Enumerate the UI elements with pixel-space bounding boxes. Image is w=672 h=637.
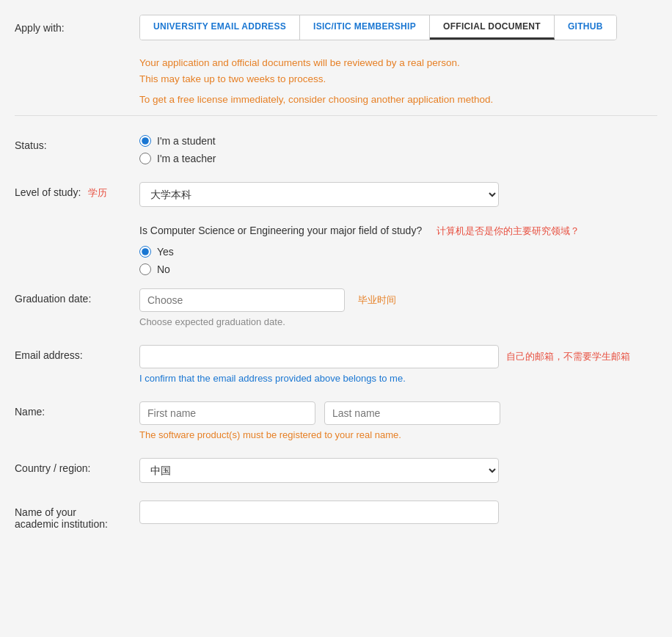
info-text-lines: Your application and official documents …	[139, 55, 657, 87]
status-teacher-radio[interactable]	[139, 153, 151, 164]
institution-input[interactable]	[139, 500, 499, 524]
tab-official-doc[interactable]: OFFICIAL DOCUMENT	[430, 15, 555, 40]
last-name-input[interactable]	[324, 401, 500, 425]
form-container: Apply with: UNIVERSITY EMAIL ADDRESS ISI…	[15, 7, 657, 539]
status-student-option[interactable]: I'm a student	[139, 135, 657, 147]
email-cn-label: 自己的邮箱，不需要学生邮箱	[506, 350, 630, 363]
cs-no-option[interactable]: No	[139, 263, 657, 275]
email-label: Email address:	[15, 345, 139, 361]
institution-row: Name of youracademic institution:	[15, 492, 657, 539]
country-select[interactable]: 中国 United States United Kingdom Other	[139, 458, 499, 483]
level-cn-label: 学历	[88, 187, 107, 198]
name-content: The software product(s) must be register…	[139, 401, 657, 440]
name-label: Name:	[15, 401, 139, 418]
name-inputs	[139, 401, 657, 425]
level-of-study-select[interactable]: 大学本科 研究生 博士 其他	[139, 182, 499, 207]
info-box: Your application and official documents …	[139, 55, 657, 105]
apply-with-label: Apply with:	[15, 22, 139, 34]
graduation-cn-label: 毕业时间	[358, 294, 396, 307]
cs-radio-group: Yes No	[139, 246, 657, 275]
tabs-container: UNIVERSITY EMAIL ADDRESS ISIC/ITIC MEMBE…	[139, 15, 617, 40]
country-content: 中国 United States United Kingdom Other	[139, 458, 657, 483]
first-name-input[interactable]	[139, 401, 315, 425]
institution-label: Name of youracademic institution:	[15, 500, 139, 530]
status-student-label: I'm a student	[157, 135, 216, 147]
name-row: Name: The software product(s) must be re…	[15, 393, 657, 449]
status-teacher-label: I'm a teacher	[157, 153, 216, 164]
info-line3: To get a free license immediately, consi…	[139, 94, 657, 105]
level-of-study-content: 大学本科 研究生 博士 其他	[139, 182, 657, 207]
graduation-date-label: Graduation date:	[15, 288, 139, 305]
cs-radios: Yes No	[15, 241, 657, 280]
cs-yes-label: Yes	[157, 246, 174, 258]
graduation-date-content: 毕业时间 Choose expected graduation date.	[139, 288, 657, 327]
status-label: Status:	[15, 135, 139, 151]
cs-question-row: Is Computer Science or Engineering your …	[15, 216, 657, 241]
level-of-study-label: Level of study: 学历	[15, 182, 139, 200]
status-options: I'm a student I'm a teacher	[139, 135, 657, 164]
email-row: Email address: 自己的邮箱，不需要学生邮箱 I confirm t…	[15, 336, 657, 393]
cs-no-radio[interactable]	[139, 263, 151, 275]
info-line1: Your application and official documents …	[139, 57, 460, 68]
tab-isic[interactable]: ISIC/ITIC MEMBERSHIP	[300, 15, 430, 40]
institution-label-text: Name of youracademic institution:	[15, 506, 108, 530]
level-of-study-row: Level of study: 学历 大学本科 研究生 博士 其他	[15, 173, 657, 216]
graduation-date-row: Graduation date: 毕业时间 Choose expected gr…	[15, 280, 657, 336]
info-line2: This may take up to two weeks to process…	[139, 73, 326, 84]
email-input-row: 自己的邮箱，不需要学生邮箱	[139, 345, 657, 368]
tab-github[interactable]: GITHUB	[555, 15, 616, 40]
graduation-date-input-row: 毕业时间	[139, 288, 657, 312]
country-label: Country / region:	[15, 458, 139, 474]
country-row: Country / region: 中国 United States Unite…	[15, 449, 657, 492]
graduation-hint: Choose expected graduation date.	[139, 316, 657, 327]
institution-content	[139, 500, 657, 524]
status-radio-group: I'm a student I'm a teacher	[139, 135, 657, 164]
email-confirm-text: I confirm that the email address provide…	[139, 373, 657, 384]
status-teacher-option[interactable]: I'm a teacher	[139, 153, 657, 164]
graduation-date-input[interactable]	[139, 288, 345, 312]
cs-yes-radio[interactable]	[139, 246, 151, 258]
email-content: 自己的邮箱，不需要学生邮箱 I confirm that the email a…	[139, 345, 657, 384]
tab-university-email[interactable]: UNIVERSITY EMAIL ADDRESS	[140, 15, 300, 40]
cs-question-text: Is Computer Science or Engineering your …	[139, 223, 422, 239]
status-student-radio[interactable]	[139, 135, 151, 147]
apply-with-row: Apply with: UNIVERSITY EMAIL ADDRESS ISI…	[15, 7, 657, 48]
cs-yes-option[interactable]: Yes	[139, 246, 657, 258]
cs-no-label: No	[157, 263, 170, 275]
email-input[interactable]	[139, 345, 499, 368]
status-row: Status: I'm a student I'm a teacher	[15, 126, 657, 173]
cs-question-cn: 计算机是否是你的主要研究领域？	[437, 223, 580, 238]
name-hint: The software product(s) must be register…	[139, 429, 657, 440]
